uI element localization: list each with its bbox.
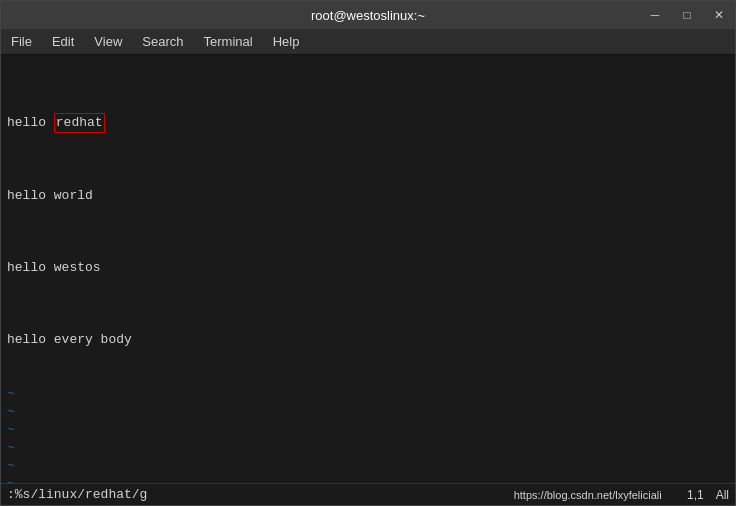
- tilde-4: ~: [7, 439, 729, 457]
- terminal-window: root@westoslinux:~ ─ □ ✕ File Edit View …: [0, 0, 736, 506]
- maximize-button[interactable]: □: [671, 1, 703, 29]
- minimize-button[interactable]: ─: [639, 1, 671, 29]
- menu-file[interactable]: File: [1, 31, 42, 52]
- tilde-1: ~: [7, 385, 729, 403]
- vim-command: :%s/linux/redhat/g: [7, 487, 147, 502]
- menu-view[interactable]: View: [84, 31, 132, 52]
- terminal-content: hello redhat hello world hello westos he…: [7, 59, 729, 385]
- status-url: https://blog.csdn.net/lxyfeliciali: [514, 489, 662, 501]
- menu-help[interactable]: Help: [263, 31, 310, 52]
- line4-text: hello every body: [7, 331, 132, 349]
- menu-edit[interactable]: Edit: [42, 31, 84, 52]
- terminal-line-1: hello redhat: [7, 113, 729, 133]
- menu-search[interactable]: Search: [132, 31, 193, 52]
- terminal-body[interactable]: hello redhat hello world hello westos he…: [1, 55, 735, 483]
- tilde-5: ~: [7, 457, 729, 475]
- close-button[interactable]: ✕: [703, 1, 735, 29]
- status-position: 1,1: [674, 488, 704, 502]
- status-right: https://blog.csdn.net/lxyfeliciali 1,1 A…: [514, 488, 729, 502]
- terminal-line-3: hello westos: [7, 259, 729, 277]
- menu-bar: File Edit View Search Terminal Help: [1, 29, 735, 55]
- highlighted-word: redhat: [54, 113, 105, 133]
- tilde-2: ~: [7, 403, 729, 421]
- terminal-line-2: hello world: [7, 187, 729, 205]
- title-bar: root@westoslinux:~ ─ □ ✕: [1, 1, 735, 29]
- tilde-3: ~: [7, 421, 729, 439]
- window-controls: ─ □ ✕: [639, 1, 735, 29]
- status-scroll: All: [716, 488, 729, 502]
- window-title: root@westoslinux:~: [311, 8, 425, 23]
- line1-prefix: hello: [7, 114, 54, 132]
- menu-terminal[interactable]: Terminal: [194, 31, 263, 52]
- line3-text: hello westos: [7, 259, 101, 277]
- terminal-line-4: hello every body: [7, 331, 729, 349]
- tilde-6: ~: [7, 475, 729, 483]
- tilde-lines: ~ ~ ~ ~ ~ ~ ~ ~ ~ ~ ~ ~ ~ ~ ~ ~ ~ ~ ~ ~ …: [7, 385, 729, 483]
- status-bar: :%s/linux/redhat/g https://blog.csdn.net…: [1, 483, 735, 505]
- line2-text: hello world: [7, 187, 93, 205]
